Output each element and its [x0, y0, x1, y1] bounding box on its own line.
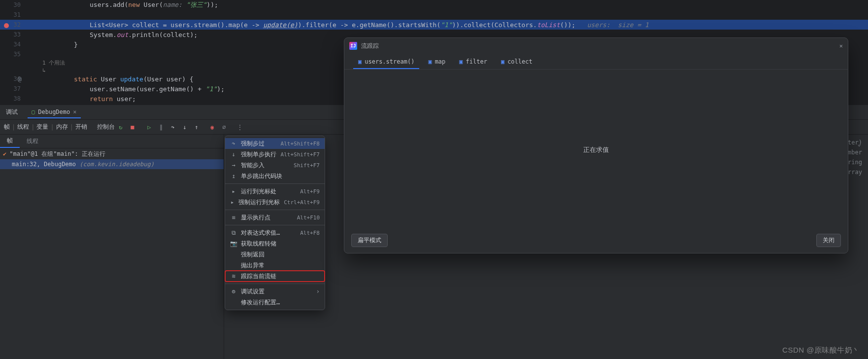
frames-tabs: 帧 线程: [0, 135, 224, 148]
menu-separator: [225, 225, 325, 225]
frames-panel: 帧 线程 ✔ "main"@1 在组"main": 正在运行 main:32, …: [0, 135, 224, 359]
menu-item[interactable]: ▸运行到光标处Alt+F9: [225, 186, 325, 197]
toolbar-vars-label[interactable]: 变量: [36, 123, 48, 131]
stream-tab[interactable]: ▣filter: [454, 55, 492, 69]
line-number[interactable]: 38: [0, 95, 26, 102]
toolbar-threads-label[interactable]: 线程: [17, 123, 29, 131]
toolbar-console-label[interactable]: 控制台: [97, 123, 115, 131]
code-content[interactable]: users.add(new User(name: "张三"));: [26, 0, 218, 9]
step-over-icon[interactable]: ↷: [167, 121, 179, 133]
menu-item-label: 跟踪当前流链: [241, 272, 316, 281]
debug-run-config-tab[interactable]: ▢ DebugDemo ×: [28, 107, 81, 118]
line-number[interactable]: 35: [0, 51, 26, 58]
submenu-arrow-icon: ›: [316, 288, 320, 295]
menu-item[interactable]: ⚙调试设置›: [225, 286, 325, 297]
flat-mode-button[interactable]: 扁平模式: [351, 234, 388, 247]
tab-icon: ▣: [358, 58, 362, 65]
override-gutter-icon[interactable]: @: [18, 75, 22, 83]
run-config-icon: ▢: [32, 108, 35, 115]
menu-item-label: 智能步入: [241, 161, 290, 170]
menu-item-label: 修改运行配置…: [241, 298, 316, 307]
close-icon[interactable]: ✕: [839, 42, 843, 49]
menu-item-label: 强制运行到光标: [238, 198, 280, 207]
rerun-icon[interactable]: ↻: [115, 121, 127, 133]
toolbar-overhead-label[interactable]: 开销: [75, 123, 87, 131]
debug-context-menu: ↷强制步过Alt+Shift+F8↓强制单步执行Alt+Shift+F7→智能步…: [225, 136, 325, 310]
line-number[interactable]: 31: [0, 11, 26, 18]
breakpoint-icon[interactable]: [2, 21, 11, 30]
menu-item[interactable]: 修改运行配置…: [225, 297, 325, 308]
step-out-block-icon: ↥: [230, 173, 237, 180]
menu-item[interactable]: ⧉对表达式求值…Alt+F8: [225, 227, 325, 238]
breakpoints-icon[interactable]: ◉: [206, 121, 218, 133]
menu-item-label: 调试设置: [241, 287, 312, 296]
toolbar-memory-label[interactable]: 内存: [56, 123, 68, 131]
resume-icon[interactable]: ▷: [143, 121, 155, 133]
menu-item[interactable]: 📷获取线程转储: [225, 238, 325, 249]
stream-tab-label: map: [435, 58, 446, 65]
line-number[interactable]: 34: [0, 41, 26, 48]
force-step-over-icon: ↷: [230, 140, 237, 147]
chevron-down-icon[interactable]: ⌄: [853, 138, 865, 150]
frames-tab-threads[interactable]: 线程: [20, 135, 45, 148]
thread-dump-icon: 📷: [230, 240, 237, 247]
menu-shortcut: Shift+F7: [294, 162, 320, 169]
code-content[interactable]: }: [26, 41, 78, 48]
menu-separator: [225, 210, 325, 210]
tab-icon: ▣: [501, 58, 504, 65]
menu-item[interactable]: →智能步入Shift+F7: [225, 160, 325, 171]
code-content[interactable]: System.out.println(collect);: [26, 31, 198, 38]
menu-item[interactable]: ▸强制运行到光标Ctrl+Alt+F9: [225, 197, 325, 208]
stream-tab[interactable]: ▣map: [423, 55, 450, 69]
frames-tab-frames[interactable]: 帧: [0, 135, 20, 148]
line-number[interactable]: 37: [0, 85, 26, 92]
menu-item-label: 运行到光标处: [241, 187, 296, 196]
menu-shortcut: Alt+F8: [300, 230, 320, 236]
menu-item[interactable]: ↷强制步过Alt+Shift+F8: [225, 138, 325, 149]
line-number[interactable]: 30: [0, 1, 26, 8]
menu-item-label: 强制单步执行: [241, 150, 277, 159]
code-line[interactable]: 30users.add(new User(name: "张三"));: [0, 0, 868, 10]
line-number[interactable]: 36: [0, 75, 26, 82]
line-number[interactable]: 33: [0, 31, 26, 38]
code-content[interactable]: static User update(User user) {: [26, 75, 194, 83]
menu-item[interactable]: ≡显示执行点Alt+F10: [225, 212, 325, 223]
thread-row[interactable]: ✔ "main"@1 在组"main": 正在运行: [0, 148, 224, 159]
code-line[interactable]: 32List<User> collect = users.stream().ma…: [0, 20, 868, 30]
toolbar-frames-label[interactable]: 帧: [4, 123, 10, 131]
step-out-icon[interactable]: ↑: [191, 121, 202, 133]
more-actions-icon[interactable]: ⋮: [234, 121, 246, 133]
menu-item[interactable]: 强制返回: [225, 249, 325, 260]
code-content[interactable]: user.setName(user.getName() + "1");: [26, 85, 225, 93]
pause-icon[interactable]: ∥: [155, 121, 167, 133]
code-content[interactable]: return user;: [26, 95, 136, 103]
mute-breakpoints-icon[interactable]: ⌀: [218, 121, 230, 133]
menu-item[interactable]: ↥单步跳出代码块: [225, 171, 325, 181]
menu-shortcut: Alt+Shift+F8: [281, 141, 320, 147]
menu-shortcut: Alt+Shift+F7: [281, 151, 320, 158]
menu-item[interactable]: ↓强制单步执行Alt+Shift+F7: [225, 149, 325, 160]
menu-item-label: 强制步过: [241, 140, 277, 148]
stream-tab[interactable]: ▣collect: [496, 55, 537, 69]
code-content[interactable]: List<User> collect = users.stream().map(…: [26, 21, 649, 29]
menu-item-label: 单步跳出代码块: [241, 172, 316, 180]
close-button[interactable]: 关闭: [816, 234, 841, 247]
menu-item-label: 强制返回: [241, 251, 316, 259]
step-into-icon[interactable]: ↓: [179, 121, 191, 133]
popup-titlebar[interactable]: IJ 流跟踪 ✕: [344, 38, 848, 54]
smart-step-into-icon: →: [230, 162, 237, 169]
stream-tab-label: users.stream(): [365, 58, 414, 65]
menu-item[interactable]: 抛出异常: [225, 260, 325, 271]
stop-icon[interactable]: ■: [127, 121, 138, 133]
close-tab-icon[interactable]: ×: [73, 108, 76, 115]
stream-tabs: ▣users.stream()▣map▣filter▣collect: [344, 54, 848, 70]
menu-item[interactable]: ≋跟踪当前流链: [225, 271, 325, 282]
popup-title: 流跟踪: [361, 42, 835, 50]
stack-frame-row[interactable]: main:32, DebugDemo (com.kevin.ideadebug): [0, 159, 224, 169]
code-line[interactable]: 31: [0, 10, 868, 20]
stream-tab-label: collect: [507, 58, 533, 65]
tab-icon: ▣: [459, 58, 463, 65]
thread-status-icon: ✔: [3, 150, 6, 157]
stack-method: main:32, DebugDemo: [12, 161, 76, 168]
stream-tab[interactable]: ▣users.stream(): [353, 55, 419, 69]
